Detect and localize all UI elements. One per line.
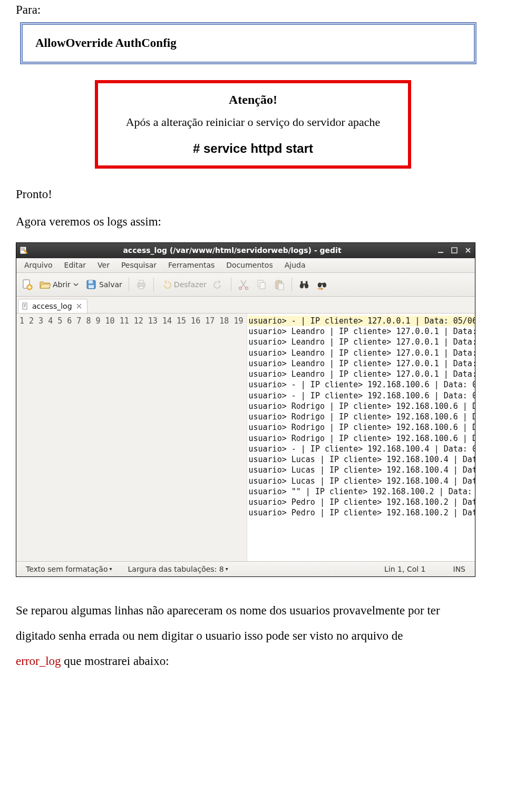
svg-rect-1	[438, 252, 443, 253]
paste-icon	[274, 279, 285, 290]
toolbar: Abrir Salvar	[16, 273, 475, 297]
svg-rect-2	[452, 248, 457, 253]
redo-icon	[213, 279, 225, 290]
agora-text: Agora veremos os logs assim:	[16, 215, 490, 229]
find-button[interactable]	[296, 276, 313, 293]
redo-button[interactable]	[210, 276, 227, 293]
folder-open-icon	[39, 279, 51, 290]
svg-rect-9	[89, 285, 94, 288]
menu-ferramentas[interactable]: Ferramentas	[162, 261, 220, 269]
svg-rect-28	[23, 303, 27, 309]
status-cursor-pos: Lin 1, Col 1	[381, 565, 429, 573]
cut-button[interactable]	[235, 276, 252, 293]
svg-rect-24	[303, 283, 306, 285]
tab-label: access_log	[32, 302, 72, 310]
attention-text: Após a alteração reiniciar o serviço do …	[105, 114, 401, 131]
status-tab-label: Largura das tabulações: 8	[128, 565, 224, 573]
closing-line3: que mostrarei abaixo:	[61, 654, 169, 668]
new-button[interactable]	[18, 276, 35, 293]
save-button[interactable]: Salvar	[83, 276, 125, 293]
svg-rect-16	[260, 282, 265, 289]
statusbar: Texto sem formatação ▾ Largura das tabul…	[16, 562, 475, 576]
paste-button[interactable]	[271, 276, 288, 293]
save-label: Salvar	[99, 280, 122, 289]
tab-bar: access_log	[16, 297, 475, 314]
titlebar[interactable]: access_log (/var/www/html/servidorweb/lo…	[16, 243, 475, 258]
document-icon	[22, 302, 29, 310]
menu-editar[interactable]: Editar	[59, 261, 92, 269]
save-icon	[85, 279, 97, 290]
svg-rect-6	[28, 287, 31, 288]
attention-command: # service httpd start	[105, 141, 401, 156]
error-log-filename: error_log	[16, 654, 61, 668]
menu-documentos[interactable]: Documentos	[220, 261, 278, 269]
pronto-text: Pronto!	[16, 188, 490, 201]
svg-rect-18	[278, 280, 280, 282]
undo-button[interactable]: Desfazer	[158, 276, 209, 293]
gedit-window: access_log (/var/www/html/servidorweb/lo…	[16, 242, 475, 577]
menu-pesquisar[interactable]: Pesquisar	[115, 261, 162, 269]
svg-rect-11	[139, 280, 143, 283]
toolbar-separator	[153, 278, 154, 291]
close-button[interactable]	[461, 243, 475, 258]
tab-close-icon[interactable]	[75, 302, 83, 310]
menu-arquivo[interactable]: Arquivo	[18, 261, 59, 269]
print-icon	[135, 279, 147, 290]
new-file-icon	[21, 279, 33, 290]
status-tab-width[interactable]: Largura das tabulações: 8 ▾	[125, 565, 231, 573]
find-replace-button[interactable]	[314, 276, 330, 293]
attention-title: Atenção!	[105, 93, 401, 107]
status-highlight-label: Texto sem formatação	[26, 565, 108, 573]
maximize-button[interactable]	[447, 243, 461, 258]
open-label: Abrir	[53, 280, 71, 289]
svg-rect-23	[306, 281, 308, 285]
toolbar-separator	[291, 278, 292, 291]
tab-access-log[interactable]: access_log	[18, 299, 87, 313]
svg-point-13	[239, 287, 241, 289]
closing-line1: Se reparou algumas linhas não apareceram…	[16, 604, 440, 617]
copy-icon	[256, 279, 267, 290]
menubar: Arquivo Editar Ver Pesquisar Ferramentas…	[16, 258, 475, 273]
binoculars-icon	[298, 279, 310, 290]
chevron-down-icon	[73, 279, 79, 290]
toolbar-separator	[231, 278, 231, 291]
open-button[interactable]: Abrir	[36, 276, 82, 293]
minimize-button[interactable]	[434, 243, 447, 258]
toolbar-separator	[129, 278, 129, 291]
undo-icon	[160, 279, 172, 290]
editor-content[interactable]: usuario> - | IP cliente> 127.0.0.1 | Dat…	[247, 314, 475, 561]
cut-icon	[238, 279, 249, 290]
code-box-allowoverride: AllowOverride AuthConfig	[20, 22, 476, 64]
status-highlight-mode[interactable]: Texto sem formatação ▾	[23, 565, 115, 573]
copy-button[interactable]	[253, 276, 270, 293]
chevron-down-icon: ▾	[109, 566, 112, 572]
line-gutter: 1 2 3 4 5 6 7 8 9 10 11 12 13 14 15 16 1…	[16, 314, 247, 561]
svg-rect-27	[320, 283, 324, 285]
para-label: Para:	[16, 3, 490, 17]
gedit-app-icon	[18, 246, 30, 255]
svg-point-14	[245, 287, 248, 289]
svg-rect-8	[89, 280, 93, 283]
closing-line2: digitado senha errada ou nem digitar o u…	[16, 629, 403, 642]
status-insert-mode: INS	[450, 565, 469, 573]
svg-rect-22	[300, 281, 303, 285]
svg-rect-19	[278, 283, 284, 290]
find-replace-icon	[316, 279, 328, 290]
chevron-down-icon: ▾	[226, 566, 228, 572]
menu-ajuda[interactable]: Ajuda	[279, 261, 312, 269]
editor-area[interactable]: 1 2 3 4 5 6 7 8 9 10 11 12 13 14 15 16 1…	[16, 314, 475, 562]
print-button[interactable]	[133, 276, 150, 293]
closing-paragraph: Se reparou algumas linhas não apareceram…	[16, 598, 490, 674]
undo-label: Desfazer	[174, 280, 207, 289]
window-title: access_log (/var/www/html/servidorweb/lo…	[31, 246, 434, 255]
svg-rect-12	[139, 286, 143, 289]
menu-ver[interactable]: Ver	[92, 261, 115, 269]
attention-box: Atenção! Após a alteração reiniciar o se…	[95, 80, 411, 169]
